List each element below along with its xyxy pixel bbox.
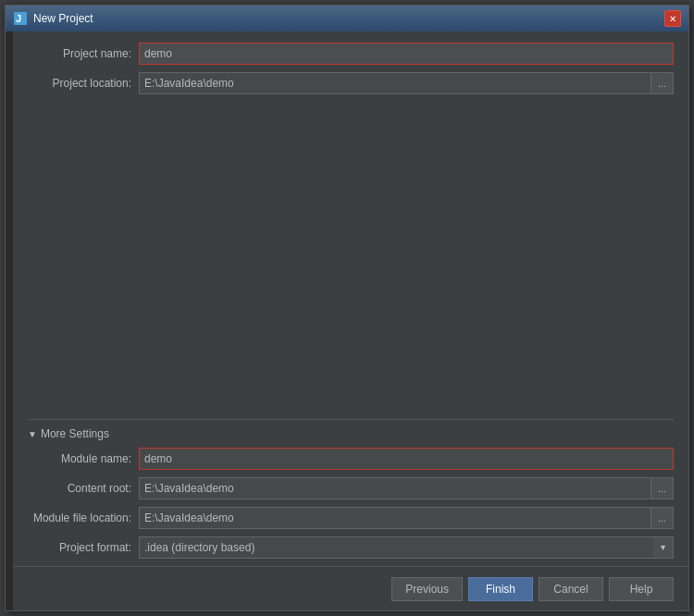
- module-file-location-row: Module file location: ...: [28, 507, 674, 529]
- more-settings-label: More Settings: [41, 427, 109, 440]
- module-file-location-field-group: ...: [139, 507, 674, 529]
- content-root-field-group: ...: [139, 477, 674, 499]
- project-name-input[interactable]: [139, 43, 674, 65]
- svg-text:J: J: [16, 13, 21, 24]
- cancel-button[interactable]: Cancel: [539, 577, 603, 601]
- finish-button[interactable]: Finish: [468, 577, 533, 601]
- content-root-label: Content root:: [28, 482, 139, 495]
- project-format-row: Project format: .idea (directory based) …: [28, 536, 674, 559]
- main-spacer: [28, 102, 674, 419]
- module-file-location-browse-button[interactable]: ...: [651, 507, 674, 529]
- close-button[interactable]: ✕: [664, 10, 681, 27]
- collapse-arrow-icon: ▼: [28, 429, 37, 439]
- project-format-label: Project format:: [28, 541, 139, 554]
- more-settings-section: ▼ More Settings Module name: Content roo…: [28, 419, 674, 566]
- content-root-row: Content root: ...: [28, 477, 674, 499]
- project-location-input[interactable]: [139, 72, 651, 94]
- module-file-location-label: Module file location:: [28, 511, 139, 524]
- project-location-label: Project location:: [28, 77, 139, 90]
- project-name-label: Project name:: [28, 47, 139, 60]
- more-settings-toggle[interactable]: ▼ More Settings: [28, 427, 674, 440]
- dialog-footer: Previous Finish Cancel Help: [13, 566, 688, 610]
- project-format-select-group: .idea (directory based) ▼: [139, 536, 674, 559]
- new-project-dialog: J New Project ✕ Project name: Project lo…: [5, 5, 689, 611]
- title-bar: J New Project ✕: [6, 6, 688, 31]
- module-name-label: Module name:: [28, 452, 139, 465]
- project-format-select[interactable]: .idea (directory based): [139, 536, 674, 559]
- project-location-row: Project location: ...: [28, 72, 674, 94]
- module-name-input[interactable]: [139, 448, 674, 470]
- dialog-title: New Project: [33, 12, 664, 25]
- module-file-location-input[interactable]: [139, 507, 651, 529]
- help-button[interactable]: Help: [609, 577, 674, 601]
- project-location-field-group: ...: [139, 72, 674, 94]
- content-root-browse-button[interactable]: ...: [651, 477, 674, 499]
- project-name-row: Project name:: [28, 43, 674, 65]
- content-root-input[interactable]: [139, 477, 651, 499]
- dialog-icon: J: [13, 11, 28, 26]
- left-stripe: [6, 31, 13, 610]
- project-location-browse-button[interactable]: ...: [651, 72, 674, 94]
- module-name-row: Module name:: [28, 448, 674, 470]
- previous-button[interactable]: Previous: [391, 577, 463, 601]
